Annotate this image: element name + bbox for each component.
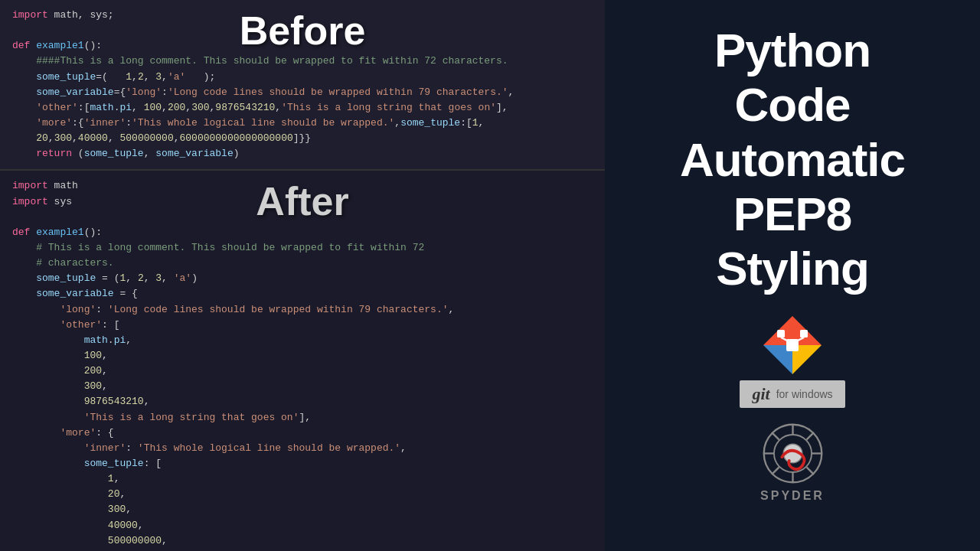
title-line1: Python [714, 24, 871, 77]
spyder-icon [760, 421, 825, 486]
svg-line-17 [806, 433, 813, 440]
git-diamond-icon [762, 315, 823, 376]
before-code: import math, sys; def example1(): ####Th… [12, 8, 593, 161]
title-line2: Code [734, 78, 850, 131]
git-for-windows-logo: git for windows [740, 315, 844, 408]
git-badge-sub-text: for windows [776, 388, 833, 400]
logos-area: git for windows [740, 315, 844, 503]
git-badge: git for windows [740, 380, 844, 408]
before-section: Before import math, sys; def example1():… [0, 0, 605, 171]
title-line4: PEP8 [733, 187, 852, 240]
right-panel: Python Code Automatic PEP8 Styling [605, 0, 980, 551]
svg-line-18 [772, 468, 779, 474]
after-section: After import math import sys def example… [0, 171, 605, 551]
svg-line-16 [806, 468, 813, 474]
svg-rect-4 [777, 330, 785, 337]
after-code: import math import sys def example1(): #… [12, 178, 593, 551]
main-title: Python Code Automatic PEP8 Styling [680, 23, 905, 295]
svg-line-15 [772, 433, 779, 440]
title-line3: Automatic [680, 133, 905, 186]
title-line5: Styling [716, 242, 869, 295]
spyder-logo: SPYDER [760, 421, 825, 503]
svg-rect-5 [800, 330, 808, 337]
left-panel: Before import math, sys; def example1():… [0, 0, 605, 551]
git-badge-main-text: git [752, 384, 769, 404]
spyder-label-text: SPYDER [760, 489, 825, 503]
